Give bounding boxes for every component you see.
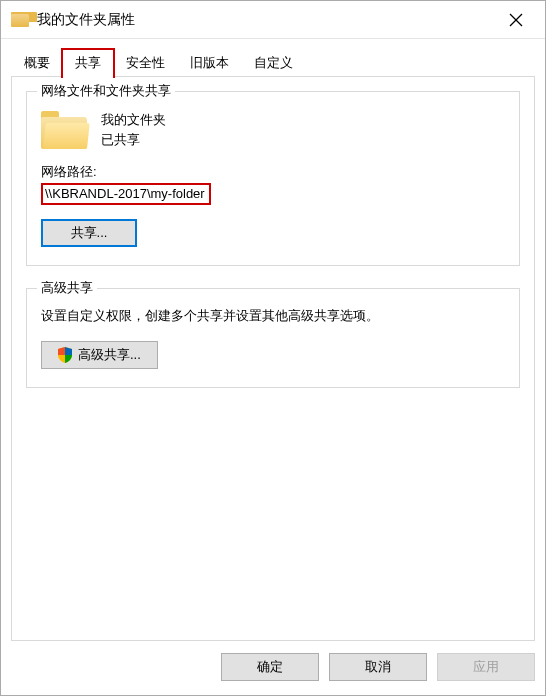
group-title: 高级共享 [37, 279, 97, 297]
shield-icon [58, 347, 72, 363]
tab-custom[interactable]: 自定义 [241, 49, 306, 77]
titlebar: 我的文件夹属性 [1, 1, 545, 39]
network-path-label: 网络路径: [41, 163, 505, 181]
folder-icon [11, 12, 29, 27]
tab-previous-versions[interactable]: 旧版本 [177, 49, 242, 77]
advanced-share-button[interactable]: 高级共享... [41, 341, 158, 369]
advanced-share-label: 高级共享... [78, 346, 141, 364]
dialog-footer: 确定 取消 应用 [1, 641, 545, 695]
share-status: 已共享 [101, 130, 166, 150]
tab-summary[interactable]: 概要 [11, 49, 63, 77]
group-title: 网络文件和文件夹共享 [37, 82, 175, 100]
advanced-share-desc: 设置自定义权限，创建多个共享并设置其他高级共享选项。 [41, 307, 505, 325]
share-button[interactable]: 共享... [41, 219, 137, 247]
folder-large-icon [41, 111, 87, 149]
tab-security[interactable]: 安全性 [113, 49, 178, 77]
dialog-body: 概要 共享 安全性 旧版本 自定义 网络文件和文件夹共享 我的文件夹 已共享 网 [1, 39, 545, 641]
window-title: 我的文件夹属性 [37, 11, 135, 29]
properties-dialog: 我的文件夹属性 概要 共享 安全性 旧版本 自定义 网络文件和文件夹共享 [0, 0, 546, 696]
tabs: 概要 共享 安全性 旧版本 自定义 [11, 49, 535, 77]
advanced-share-group: 高级共享 设置自定义权限，创建多个共享并设置其他高级共享选项。 高级共享... [26, 288, 520, 388]
cancel-button[interactable]: 取消 [329, 653, 427, 681]
close-button[interactable] [495, 5, 537, 35]
folder-info-row: 我的文件夹 已共享 [41, 110, 505, 149]
network-share-group: 网络文件和文件夹共享 我的文件夹 已共享 网络路径: \\KBRANDL-201… [26, 91, 520, 266]
close-icon [509, 13, 523, 27]
share-panel: 网络文件和文件夹共享 我的文件夹 已共享 网络路径: \\KBRANDL-201… [11, 76, 535, 641]
apply-button[interactable]: 应用 [437, 653, 535, 681]
network-path-value: \\KBRANDL-2017\my-folder [41, 183, 211, 205]
ok-button[interactable]: 确定 [221, 653, 319, 681]
tab-share[interactable]: 共享 [62, 49, 114, 77]
folder-name: 我的文件夹 [101, 110, 166, 130]
